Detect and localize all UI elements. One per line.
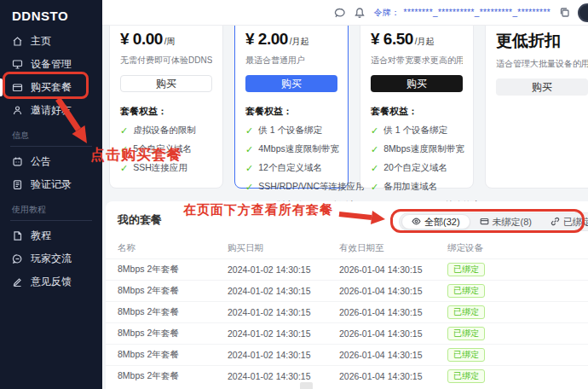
price-unit: /月起 <box>415 36 435 48</box>
check-icon: ✓ <box>245 125 253 136</box>
packages-table: 名称 购买日期 有效日期至 绑定设备 8Mbps 2年套餐2024-01-02 … <box>106 237 588 386</box>
token-label: 令牌： <box>373 7 400 19</box>
feature-item: ✓5个自定义域名 <box>120 143 212 155</box>
calendar-icon <box>12 156 23 167</box>
sidebar-item-buy-package[interactable]: 购买套餐 <box>0 76 102 99</box>
sidebar-section-info: 信息 <box>0 122 102 143</box>
feature-item: ✓SSH连接应用 <box>120 162 212 174</box>
sidebar-item-label: 公告 <box>31 154 51 169</box>
token-value: ********_**********_*********_********* <box>404 8 551 17</box>
sidebar-item-announcements[interactable]: 公告 <box>0 150 102 173</box>
price: ¥ 0.00 <box>120 30 163 49</box>
filter-bound[interactable]: 已绑定(24) <box>541 214 588 229</box>
file-icon <box>12 230 23 241</box>
card-icon <box>480 217 489 228</box>
pricing-cards-row: ¥ 0.00 /周 无需付费即可体验DDNSTO 购买 套餐权益： ✓虚拟设备的… <box>109 26 588 189</box>
buy-button[interactable]: 购买 <box>496 78 588 96</box>
main-content: ¥ 0.00 /周 无需付费即可体验DDNSTO 购买 套餐权益： ✓虚拟设备的… <box>102 26 588 389</box>
price-unit: /周 <box>164 36 176 48</box>
card-title: 更低折扣 <box>496 30 588 52</box>
check-icon: ✓ <box>245 182 253 193</box>
divider <box>10 220 92 221</box>
benefits-label: 套餐权益： <box>120 105 212 118</box>
check-icon: ✓ <box>245 163 253 174</box>
table-row[interactable]: 8Mbps 2年套餐2024-01-02 14:30:152026-01-04 … <box>106 280 588 301</box>
col-valid-until: 有效日期至 <box>339 242 447 254</box>
check-icon: ✓ <box>371 163 378 174</box>
sidebar: DDNSTO 主页 设备管理 购买套餐 邀请好友 信息 公告 验证记录 使用教程… <box>0 0 102 389</box>
sidebar-item-invite[interactable]: 邀请好友 <box>0 99 102 122</box>
table-row[interactable]: 8Mbps 2年套餐2024-01-02 14:30:152026-01-04 … <box>106 344 588 365</box>
sidebar-item-devices[interactable]: 设备管理 <box>0 53 102 76</box>
table-row[interactable]: 8Mbps 2年套餐2024-01-02 14:30:152026-01-04 … <box>106 258 588 280</box>
topbar: 令牌： ********_**********_*********_******… <box>102 0 588 26</box>
card-description: 适合管理大批量设备的用户 <box>496 58 588 70</box>
feature-item: ✓供 1 个设备绑定 <box>245 125 337 136</box>
feature-item: ✓8Mbps速度限制带宽 <box>371 143 463 155</box>
sidebar-section-tutorials: 使用教程 <box>0 196 102 218</box>
sidebar-item-label: 意见反馈 <box>31 275 72 289</box>
col-name: 名称 <box>118 242 228 254</box>
home-icon <box>12 36 23 47</box>
card-description: 无需付费即可体验DDNSTO <box>120 55 212 67</box>
check-icon: ✓ <box>120 125 128 136</box>
check-icon: ✓ <box>245 144 253 155</box>
status-badge: 已绑定 <box>447 348 485 362</box>
check-icon: ✓ <box>120 144 128 155</box>
pricing-card-bulk-discount: 更低折扣 适合管理大批量设备的用户 购买 <box>485 26 588 189</box>
divider <box>10 146 92 147</box>
benefits-label: 套餐权益： <box>371 105 463 118</box>
filter-all[interactable]: 全部(32) <box>401 214 470 229</box>
pricing-card-free: ¥ 0.00 /周 无需付费即可体验DDNSTO 购买 套餐权益： ✓虚拟设备的… <box>109 26 223 189</box>
sidebar-item-label: 玩家交流 <box>31 252 72 266</box>
buy-button[interactable]: 购买 <box>120 75 212 92</box>
document-icon <box>12 179 23 190</box>
pagination-button[interactable] <box>300 382 313 389</box>
table-row[interactable]: 8Mbps 2年套餐2024-01-02 14:30:152026-01-04 … <box>106 301 588 322</box>
price-unit: /月起 <box>290 36 309 48</box>
check-icon: ✓ <box>371 144 378 155</box>
avatar[interactable] <box>578 3 588 22</box>
status-badge: 已绑定 <box>447 327 485 340</box>
feature-item: ✓虚拟设备的限制 <box>120 125 212 136</box>
card-icon <box>12 82 23 93</box>
sidebar-item-label: 购买套餐 <box>31 80 72 95</box>
sidebar-item-community[interactable]: 玩家交流 <box>0 247 102 270</box>
feature-item: ✓SSH/RDP/VNC等连接应用 <box>245 181 337 193</box>
sidebar-item-home[interactable]: 主页 <box>0 30 102 53</box>
price: ¥ 6.50 <box>371 30 413 49</box>
check-icon: ✓ <box>371 182 378 193</box>
sidebar-item-verification-log[interactable]: 验证记录 <box>0 173 102 196</box>
sidebar-item-label: 邀请好友 <box>31 103 72 118</box>
table-row[interactable]: 8Mbps 2年套餐2024-01-02 14:30:152026-01-04 … <box>106 322 588 344</box>
price: ¥ 2.00 <box>245 30 288 49</box>
person-icon <box>12 105 23 116</box>
table-row[interactable]: 8Mbps 2年套餐2024-01-02 14:30:152026-01-04 … <box>106 365 588 386</box>
copy-icon[interactable] <box>558 7 570 19</box>
buy-button[interactable]: 购买 <box>245 75 337 92</box>
pricing-card-pro: ¥ 6.50 /月起 适合对带宽要求更高的用户 购买 套餐权益： ✓供 1 个设… <box>360 26 474 189</box>
bell-icon[interactable] <box>354 7 366 19</box>
status-badge: 已绑定 <box>447 284 485 298</box>
card-description: 最适合普通用户 <box>245 55 337 67</box>
package-filter-segmented: 全部(32) 未绑定(8) 已绑定(24) <box>399 212 588 231</box>
link-icon <box>551 217 560 228</box>
sidebar-item-label: 教程 <box>31 229 51 243</box>
chat-icon <box>12 253 23 264</box>
app-logo: DDNSTO <box>0 0 102 30</box>
sidebar-item-feedback[interactable]: 意见反馈 <box>0 270 102 293</box>
table-header-row: 名称 购买日期 有效日期至 绑定设备 <box>106 237 588 258</box>
panel-title: 我的套餐 <box>118 212 162 228</box>
pencil-icon <box>12 276 23 287</box>
check-icon: ✓ <box>120 163 128 174</box>
feature-item: ✓供 1 个设备绑定 <box>371 125 463 136</box>
col-bound-device: 绑定设备 <box>447 242 588 254</box>
buy-button[interactable]: 购买 <box>371 75 463 92</box>
status-badge: 已绑定 <box>447 305 485 319</box>
feature-item: ✓20个自定义域名 <box>371 162 463 174</box>
message-icon[interactable] <box>334 7 346 19</box>
sidebar-item-label: 设备管理 <box>31 57 72 72</box>
feature-item: ✓备用加速域名 <box>371 181 463 193</box>
filter-unbound[interactable]: 未绑定(8) <box>470 214 541 229</box>
sidebar-item-tutorial[interactable]: 教程 <box>0 224 102 247</box>
